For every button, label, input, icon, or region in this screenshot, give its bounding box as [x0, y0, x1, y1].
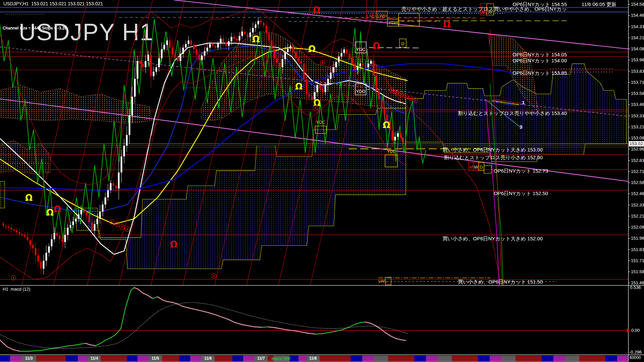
level-tag-YDC: YDC: [316, 120, 325, 125]
macd-line: [235, 322, 241, 324]
macd-line: [203, 311, 208, 313]
session-bar-segment: [254, 356, 268, 361]
macd-line: [34, 351, 40, 351]
candle: [193, 42, 195, 55]
level-tag-YDL: YDL: [387, 149, 395, 154]
macd-zero-tick: [627, 329, 629, 332]
macd-line: [153, 297, 158, 299]
macd-line: [158, 297, 163, 300]
macd-line: [40, 349, 47, 351]
candle: [158, 53, 160, 72]
macd-line: [106, 338, 111, 340]
session-bar-segment: [162, 356, 179, 361]
chart-canvas[interactable]: ΩΩΩΩΩΩΩΩΩΩΩΩYDCYDOYDHYDLYDCLMHLWHLWLMWDM…: [0, 0, 644, 362]
macd-pane-title: H1 macd (12): [3, 287, 30, 292]
candle: [145, 54, 147, 73]
macd-line: [248, 326, 255, 327]
candle: [258, 17, 259, 28]
svg-text:YDH: YDH: [388, 20, 397, 25]
sar-dot-icon: [115, 222, 119, 227]
macd-line: [96, 343, 101, 346]
macd-line: [302, 332, 309, 334]
svg-text:YDL: YDL: [387, 149, 395, 154]
macd-line: [208, 312, 215, 314]
macd-line: [116, 329, 121, 335]
candle: [126, 126, 128, 152]
macd-line: [215, 314, 221, 317]
macd-line: [391, 336, 396, 339]
update-timestamp: 11/6 06:05 更新: [582, 2, 616, 7]
macd-line: [91, 345, 96, 346]
session-bar-segment: [579, 356, 605, 361]
sar-dot-icon: [212, 274, 216, 278]
session-bar-segment: [36, 356, 66, 361]
svg-text:LWH: LWH: [377, 13, 387, 18]
session-bar-segment: [243, 356, 254, 361]
macd-line: [329, 331, 335, 333]
omega-signal-icon: Ω: [252, 34, 260, 44]
omega-signal-icon: Ω: [25, 193, 33, 203]
omega-signal-icon: Ω: [295, 81, 303, 92]
macd-line: [295, 331, 302, 332]
macd-line: [366, 322, 371, 323]
candle: [343, 47, 345, 56]
session-bar-segment: [542, 356, 553, 361]
candle: [137, 55, 139, 84]
level-tag-W: W: [474, 162, 479, 171]
candle: [188, 36, 190, 47]
macd-line: [255, 327, 262, 327]
candle: [16, 228, 18, 235]
candle: [177, 54, 179, 65]
candle: [255, 22, 257, 32]
svg-text:LWL: LWL: [378, 279, 387, 284]
macd-line: [74, 344, 80, 346]
candle: [341, 48, 342, 60]
session-bar-segment: [565, 356, 579, 361]
candle: [11, 224, 12, 233]
main-pane: ΩΩΩΩΩΩΩΩΩΩΩΩ: [0, 0, 628, 285]
macd-line: [86, 343, 91, 345]
macd-line: [282, 329, 288, 330]
macd-line: [54, 347, 60, 348]
candle: [99, 205, 101, 224]
macd-line: [80, 343, 86, 344]
volume-scale-label: 60000: [630, 356, 641, 360]
omega-signal-icon: Ω: [170, 239, 177, 249]
candle: [56, 231, 58, 238]
session-bar-segment: [127, 356, 138, 361]
macd-signal-line: [0, 302, 408, 348]
candle: [153, 66, 155, 80]
candle: [169, 35, 171, 54]
mt4-chart-window: USDJPY H1 ΩΩΩΩΩΩΩΩΩΩΩΩYDCYDOYDHYDLYDCLMH…: [0, 0, 644, 362]
level-tag-YDC: YDC: [355, 42, 366, 53]
macd-line: [322, 333, 329, 334]
omega-signal-icon: Ω: [308, 44, 316, 54]
candle: [263, 20, 265, 28]
candle: [105, 193, 106, 208]
candle: [113, 180, 114, 190]
session-bar-segment: [605, 356, 617, 361]
candle: [51, 235, 53, 250]
session-bar-segment: [362, 356, 374, 361]
candle: [35, 242, 37, 262]
macd-line: [101, 340, 106, 343]
macd-line: [376, 326, 381, 329]
macd-line: [7, 347, 13, 350]
macd-line: [361, 322, 366, 322]
macd-line: [131, 288, 134, 290]
candle: [191, 38, 192, 47]
candle: [107, 184, 109, 201]
macd-line: [268, 327, 275, 327]
session-bar-segment: [273, 356, 289, 361]
macd-line: [13, 350, 20, 351]
current-price-tag: 153.021: [629, 141, 644, 146]
macd-line: [168, 302, 173, 302]
macd-pane: [0, 288, 628, 351]
candle: [3, 222, 4, 228]
candle: [19, 229, 20, 237]
macd-line: [275, 328, 282, 329]
macd-line: [134, 288, 138, 289]
level-tag-D: D: [399, 39, 406, 47]
symbol-info: USDJPY,H1 153.021 153.021 153.021 153.02…: [3, 1, 103, 6]
macd-line: [349, 324, 356, 327]
